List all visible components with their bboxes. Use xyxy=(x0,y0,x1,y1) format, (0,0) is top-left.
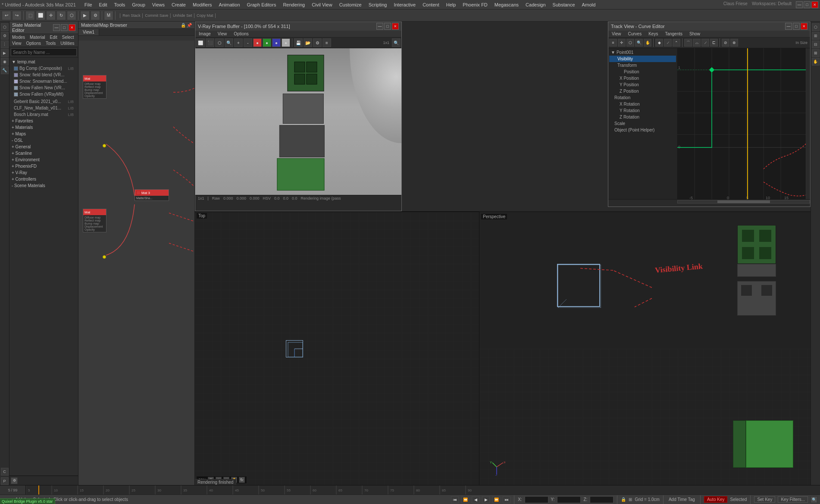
status-grid-icon[interactable]: ⊞ xyxy=(629,497,632,502)
menu-help[interactable]: Help xyxy=(443,1,460,8)
ce-menu-tangents[interactable]: Tangents xyxy=(661,31,686,37)
undo-button[interactable]: ↩ xyxy=(2,11,11,20)
ce-menu-view[interactable]: View xyxy=(608,31,625,37)
search-button[interactable]: 🔍 xyxy=(811,496,817,503)
fb-btn-play[interactable]: ● xyxy=(263,38,271,47)
right-icon-1[interactable]: ⬡ xyxy=(812,23,820,31)
status-lock-icon[interactable]: 🔒 xyxy=(621,497,626,502)
mat-group-favorites[interactable]: + Favorites xyxy=(10,118,77,124)
ce-item-rotation[interactable]: Rotation xyxy=(609,94,676,101)
mat-group-maps[interactable]: + Maps xyxy=(10,131,77,137)
redo-button[interactable]: ↪ xyxy=(12,11,22,20)
ce-btn-key[interactable]: ◆ xyxy=(655,39,663,47)
ce-hscroll-track[interactable] xyxy=(677,200,810,203)
mat-bottom-icon-1[interactable]: ⚙ xyxy=(11,477,18,484)
menu-interactive[interactable]: Interactive xyxy=(390,1,419,8)
ce-btn-param1[interactable]: ⊘ xyxy=(722,39,729,47)
zoom-orbit-button[interactable]: ↻ xyxy=(239,477,245,483)
ce-btn-filters[interactable]: ≡ xyxy=(609,39,617,47)
menu-megascans[interactable]: Megascans xyxy=(491,1,522,8)
mat-item-clf[interactable]: CLF_New_Matlab_v01... LIB xyxy=(10,105,77,111)
ce-btn-move[interactable]: ✛ xyxy=(618,39,626,47)
mat-menu-options[interactable]: Options xyxy=(24,41,43,46)
menu-rendering[interactable]: Rendering xyxy=(279,1,308,8)
transport-play-forward[interactable]: ▶ xyxy=(482,496,490,503)
fb-btn-1[interactable]: ⬜ xyxy=(196,38,205,47)
menu-scripting[interactable]: Scripting xyxy=(365,1,391,8)
mat-item-snow-field[interactable]: Snow: field blend (VR... xyxy=(10,72,77,78)
ce-item-position[interactable]: Position xyxy=(609,69,676,75)
fb-menu-view[interactable]: View xyxy=(214,31,231,37)
timeline-track[interactable]: 5 10 15 20 25 30 35 40 45 50 5 xyxy=(26,485,820,495)
ce-btn-zoom[interactable]: 🔍 xyxy=(635,39,643,47)
ce-item-x-position[interactable]: X Position xyxy=(609,75,676,81)
coord-z-input[interactable] xyxy=(590,496,613,503)
ce-menu-show[interactable]: Show xyxy=(686,31,704,37)
slate-pin-icon[interactable]: 📌 xyxy=(187,23,192,28)
key-filters-button[interactable]: Key Filters... xyxy=(778,496,808,503)
ce-btn-linear[interactable]: ⟋ xyxy=(701,39,709,47)
fb-minimize-button[interactable]: — xyxy=(376,23,383,30)
mat-menu-view[interactable]: View xyxy=(10,41,24,46)
mat-group-osl[interactable]: - OSL xyxy=(10,137,77,144)
mat-group-general[interactable]: + General xyxy=(10,144,77,150)
fb-zoom-button[interactable]: 🔍 xyxy=(392,38,401,47)
mat-group-vray[interactable]: + V-Ray xyxy=(10,169,77,176)
set-key-button[interactable]: Set Key xyxy=(754,496,775,503)
ce-btn-pan[interactable]: ✋ xyxy=(644,39,651,47)
render-button[interactable]: ▶ xyxy=(80,11,90,20)
ce-item-point001[interactable]: ▼ Point001 xyxy=(609,49,676,56)
mat-menu-select[interactable]: Select xyxy=(60,34,76,40)
coord-x-input[interactable] xyxy=(525,496,548,503)
auto-key-button[interactable]: Auto Key xyxy=(704,496,728,503)
ce-item-visibility[interactable]: Visibility xyxy=(609,56,676,62)
render-settings-button[interactable]: ⚙ xyxy=(91,11,100,20)
fb-open-button[interactable]: 📂 xyxy=(304,38,312,47)
mat-menu-material[interactable]: Material xyxy=(28,34,47,40)
mat-group-temp-header[interactable]: ▼ temp.mat xyxy=(10,59,77,65)
mat-item-snow-snowman[interactable]: Snow: Snowman blend... xyxy=(10,78,77,85)
select-region-button[interactable]: ⬜ xyxy=(36,11,45,20)
fb-save-button[interactable]: 💾 xyxy=(294,38,303,47)
select-button[interactable]: ⬚ xyxy=(25,11,35,20)
ce-menu-curves[interactable]: Curves xyxy=(625,31,645,37)
slate-tab-view1[interactable]: View1 xyxy=(78,29,99,35)
transport-play-back[interactable]: ◀ xyxy=(472,496,479,503)
mat-menu-edit[interactable]: Edit xyxy=(48,34,59,40)
transport-next-frame[interactable]: ⏩ xyxy=(492,496,500,503)
right-icon-3[interactable]: ⊟ xyxy=(812,41,820,48)
sidebar-display-icon[interactable]: ◉ xyxy=(1,58,9,66)
menu-file[interactable]: File xyxy=(81,1,96,8)
menu-arnold[interactable]: Arnold xyxy=(579,1,599,8)
move-button[interactable]: ✛ xyxy=(46,11,56,20)
fb-btn-5[interactable]: + xyxy=(234,38,243,47)
fb-layers-button[interactable]: ≡ xyxy=(322,38,331,47)
mat-item-geberit[interactable]: Geberit Basic 2021_v0... LIB xyxy=(10,98,77,105)
ce-hscroll-thumb[interactable] xyxy=(717,200,770,203)
ce-btn-ease-in[interactable]: ⌒ xyxy=(684,39,692,47)
mat-group-phoenixfd[interactable]: + PhoenixFD xyxy=(10,163,77,169)
menu-content[interactable]: Content xyxy=(419,1,443,8)
menu-tools[interactable]: Tools xyxy=(111,1,129,8)
mat-group-environment[interactable]: + Environment xyxy=(10,157,77,163)
menu-animation[interactable]: Animation xyxy=(216,1,244,8)
fb-btn-blue[interactable]: ● xyxy=(272,38,281,47)
menu-substance[interactable]: Substance xyxy=(549,1,579,8)
ce-item-z-rotation[interactable]: Z Rotation xyxy=(609,114,676,120)
mat-group-scanline[interactable]: + Scanline xyxy=(10,150,77,157)
slate-canvas[interactable]: Mat Diffuse map Reflect map Bump map Dis… xyxy=(78,41,194,485)
ce-btn-break[interactable]: ⌃ xyxy=(673,39,680,47)
fb-btn-3[interactable]: ⬡ xyxy=(215,38,224,47)
material-search-input[interactable] xyxy=(11,48,77,56)
slate-lock-icon[interactable]: 🔒 xyxy=(181,23,186,28)
ce-item-transform[interactable]: Transform xyxy=(609,62,676,69)
mat-item-bosch[interactable]: Bosch Library.mat LIB xyxy=(10,111,77,118)
fb-btn-record[interactable]: ● xyxy=(253,38,262,47)
ce-btn-ease-out[interactable]: ⌓ xyxy=(693,39,701,47)
mat-group-controllers[interactable]: + Controllers xyxy=(10,176,77,182)
mat-node-mat3[interactable]: Mat 3 Matte/Sha... xyxy=(135,189,169,201)
fb-maximize-button[interactable]: □ xyxy=(384,23,391,30)
fb-settings-button[interactable]: ⚙ xyxy=(313,38,322,47)
mat-group-materials[interactable]: + Materials xyxy=(10,124,77,131)
ce-graph-scrollbar[interactable] xyxy=(806,48,810,199)
